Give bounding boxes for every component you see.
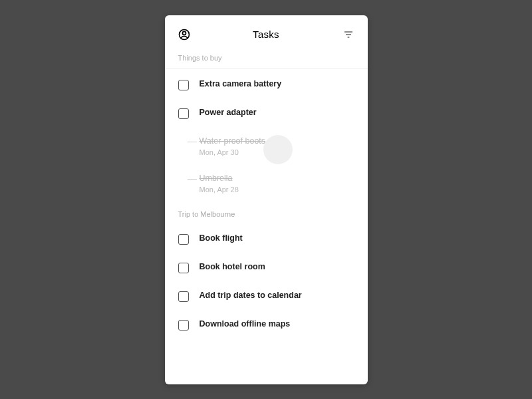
task-row[interactable]: Book flight	[165, 225, 368, 253]
task-content: Power adapter	[200, 108, 257, 117]
completed-indicator	[188, 179, 197, 180]
task-row[interactable]: Power adapter	[165, 99, 368, 128]
section-header-trip: Trip to Melbourne	[165, 206, 368, 225]
task-row[interactable]: Extra camera battery	[165, 70, 368, 99]
task-date: Mon, Apr 30	[200, 148, 266, 156]
task-row[interactable]: Add trip dates to calendar	[165, 282, 368, 311]
task-date: Mon, Apr 28	[200, 186, 239, 194]
checkbox[interactable]	[178, 108, 189, 119]
checkbox[interactable]	[178, 291, 189, 302]
task-row[interactable]: Download offline maps	[165, 311, 368, 339]
app-screen: Tasks Things to buy Extra camera battery…	[165, 15, 368, 384]
task-label: Extra camera battery	[200, 79, 282, 88]
task-label: Book hotel room	[200, 262, 265, 271]
page-title: Tasks	[253, 29, 279, 40]
task-row[interactable]: Book hotel room	[165, 253, 368, 282]
app-header: Tasks	[165, 15, 368, 50]
task-label: Water-proof boots	[200, 136, 266, 146]
section-header-things-to-buy: Things to buy	[165, 50, 368, 69]
task-content: Add trip dates to calendar	[200, 291, 302, 300]
task-label: Power adapter	[200, 108, 257, 117]
checkbox[interactable]	[178, 263, 189, 273]
task-row[interactable]: Umbrella Mon, Apr 28	[165, 165, 368, 202]
completed-indicator	[188, 142, 197, 142]
task-label: Book flight	[200, 233, 243, 243]
task-content: Water-proof boots Mon, Apr 30	[200, 136, 266, 156]
task-content: Book hotel room	[200, 262, 265, 271]
task-label: Download offline maps	[200, 319, 291, 329]
checkbox[interactable]	[178, 234, 189, 245]
checkbox[interactable]	[178, 320, 189, 331]
svg-point-1	[182, 31, 186, 35]
account-icon[interactable]	[177, 27, 192, 42]
task-row[interactable]: Water-proof boots Mon, Apr 30	[165, 128, 368, 165]
task-content: Umbrella Mon, Apr 28	[200, 174, 239, 194]
task-content: Extra camera battery	[200, 79, 282, 88]
checkbox[interactable]	[178, 80, 189, 90]
task-content: Download offline maps	[200, 319, 291, 329]
task-label: Add trip dates to calendar	[200, 291, 302, 300]
filter-icon[interactable]	[341, 27, 356, 42]
task-content: Book flight	[200, 233, 243, 243]
task-label: Umbrella	[200, 174, 239, 183]
